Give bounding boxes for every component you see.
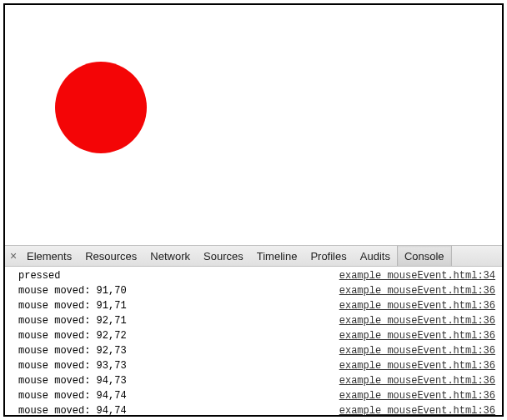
red-circle[interactable] [55,62,147,153]
console-log-source-link[interactable]: example mouseEvent.html:36 [339,403,497,415]
tab-label: Timeline [257,250,298,262]
console-log-source-link[interactable]: example mouseEvent.html:36 [339,283,497,298]
console-log-row: mouse moved: 91,71example mouseEvent.htm… [18,298,497,313]
console-log-message: pressed [18,268,60,283]
devtools-tabbar: × ElementsResourcesNetworkSourcesTimelin… [5,246,502,267]
tab-resources[interactable]: Resources [78,246,143,266]
tab-console[interactable]: Console [397,246,452,266]
console-log-message: mouse moved: 93,73 [18,358,127,373]
console-log-source-link[interactable]: example mouseEvent.html:36 [339,298,497,313]
console-log-message: mouse moved: 94,74 [18,388,127,403]
console-log-message: mouse moved: 91,70 [18,283,127,298]
console-log-message: mouse moved: 92,72 [18,328,127,343]
console-log-source-link[interactable]: example mouseEvent.html:36 [339,388,497,403]
tab-label: Resources [85,250,137,262]
console-log-message: mouse moved: 94,74 [18,403,127,415]
console-log-row: mouse moved: 94,74example mouseEvent.htm… [18,388,497,403]
devtools-panel: × ElementsResourcesNetworkSourcesTimelin… [5,245,502,415]
console-log-source-link[interactable]: example mouseEvent.html:36 [339,313,497,328]
console-log-row: mouse moved: 94,73example mouseEvent.htm… [18,373,497,388]
close-icon[interactable]: × [7,249,20,262]
console-log-message: mouse moved: 94,73 [18,373,127,388]
console-log-row: mouse moved: 92,71example mouseEvent.htm… [18,313,497,328]
window: × ElementsResourcesNetworkSourcesTimelin… [3,3,504,417]
console-log-row: mouse moved: 91,70example mouseEvent.htm… [18,283,497,298]
page-viewport[interactable] [5,5,502,245]
console-log-row: pressedexample mouseEvent.html:34 [18,268,497,283]
tab-label: Console [404,250,444,262]
console-log-message: mouse moved: 91,71 [18,298,127,313]
tab-label: Audits [360,250,390,262]
tab-network[interactable]: Network [143,246,197,266]
tab-label: Elements [27,250,72,262]
console-output[interactable]: pressedexample mouseEvent.html:34mouse m… [5,267,502,415]
tab-elements[interactable]: Elements [20,246,78,266]
console-log-row: mouse moved: 94,74example mouseEvent.htm… [18,403,497,415]
tab-sources[interactable]: Sources [197,246,250,266]
tab-label: Profiles [310,250,346,262]
console-log-source-link[interactable]: example mouseEvent.html:36 [339,328,497,343]
console-log-message: mouse moved: 92,71 [18,313,127,328]
console-log-source-link[interactable]: example mouseEvent.html:36 [339,373,497,388]
console-log-source-link[interactable]: example mouseEvent.html:36 [339,343,497,358]
tab-timeline[interactable]: Timeline [250,246,304,266]
console-log-source-link[interactable]: example mouseEvent.html:34 [339,268,497,283]
tab-label: Network [150,250,190,262]
tab-label: Sources [203,250,243,262]
console-log-source-link[interactable]: example mouseEvent.html:36 [339,358,497,373]
console-log-row: mouse moved: 92,72example mouseEvent.htm… [18,328,497,343]
console-log-row: mouse moved: 93,73example mouseEvent.htm… [18,358,497,373]
console-log-message: mouse moved: 92,73 [18,343,127,358]
tab-audits[interactable]: Audits [354,246,397,266]
console-log-row: mouse moved: 92,73example mouseEvent.htm… [18,343,497,358]
tab-profiles[interactable]: Profiles [304,246,353,266]
